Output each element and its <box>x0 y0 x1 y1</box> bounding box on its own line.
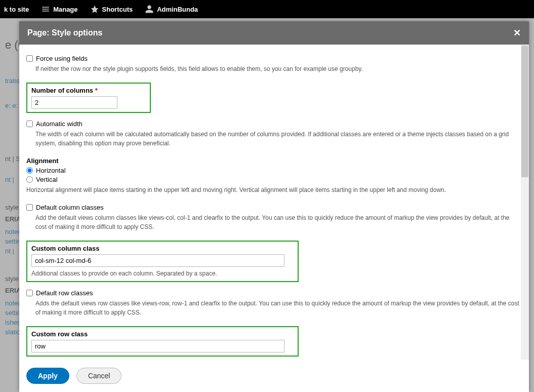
scrollbar-thumb[interactable] <box>521 46 528 177</box>
num-columns-highlight: Number of columns * <box>26 83 151 113</box>
modal-body: Force using fields If neither the row no… <box>19 45 529 360</box>
custom-row-label: Custom row class <box>31 330 294 338</box>
modal-footer: Apply Cancel <box>19 360 529 392</box>
alignment-label: Alignment <box>26 157 522 165</box>
user-label: AdminBunda <box>157 6 198 13</box>
star-icon <box>90 5 99 14</box>
num-columns-input[interactable] <box>31 96 117 109</box>
apply-button[interactable]: Apply <box>26 368 69 384</box>
num-columns-label: Number of columns * <box>31 87 146 94</box>
user-menu[interactable]: AdminBunda <box>145 5 198 14</box>
force-fields-checkbox[interactable] <box>26 55 33 62</box>
force-fields-item: Force using fields If neither the row no… <box>26 55 522 73</box>
alignment-horizontal-radio[interactable] <box>26 167 33 174</box>
auto-width-desc: The width of each column will be calcula… <box>35 130 522 148</box>
custom-col-label: Custom column class <box>31 245 294 252</box>
default-row-item: Default row classes Adds the default vie… <box>26 289 522 317</box>
default-col-item: Default column classes Add the default v… <box>26 204 522 231</box>
manage-menu[interactable]: Manage <box>41 5 77 14</box>
auto-width-item: Automatic width The width of each column… <box>26 120 522 148</box>
style-options-modal: Page: Style options ✕ Force using fields… <box>19 21 529 392</box>
admin-toolbar: k to site Manage Shortcuts AdminBunda <box>0 0 534 18</box>
custom-row-input[interactable] <box>31 340 284 352</box>
default-col-checkbox[interactable] <box>26 204 33 211</box>
alignment-desc: Horizontal alignment will place items st… <box>26 185 522 194</box>
close-icon[interactable]: ✕ <box>513 27 521 38</box>
hamburger-icon <box>41 5 50 14</box>
shortcuts-label: Shortcuts <box>102 6 133 13</box>
custom-col-input[interactable] <box>31 254 284 267</box>
default-row-checkbox[interactable] <box>26 290 33 296</box>
shortcuts-menu[interactable]: Shortcuts <box>90 5 133 14</box>
cancel-button[interactable]: Cancel <box>76 368 122 384</box>
custom-col-desc: Additional classes to provide on each co… <box>31 269 294 278</box>
modal-title: Page: Style options <box>27 28 102 37</box>
auto-width-checkbox[interactable] <box>26 121 33 127</box>
alignment-horizontal-label[interactable]: Horizontal <box>36 167 66 174</box>
default-row-label[interactable]: Default row classes <box>36 289 93 297</box>
alignment-vertical-label[interactable]: Vertical <box>36 176 58 183</box>
user-icon <box>145 5 154 14</box>
default-col-label[interactable]: Default column classes <box>36 204 104 211</box>
back-label: k to site <box>4 6 29 13</box>
default-col-desc: Add the default views column classes lik… <box>35 213 522 231</box>
auto-width-label[interactable]: Automatic width <box>36 120 83 128</box>
force-fields-label[interactable]: Force using fields <box>36 55 88 62</box>
modal-header: Page: Style options ✕ <box>19 21 529 45</box>
default-row-desc: Adds the default views row classes like … <box>35 299 522 317</box>
custom-row-highlight: Custom row class <box>26 326 299 357</box>
scrollbar-track[interactable] <box>521 45 529 360</box>
manage-label: Manage <box>53 6 77 13</box>
force-fields-desc: If neither the row nor the style plugin … <box>35 64 522 73</box>
back-to-site-link[interactable]: k to site <box>4 6 29 13</box>
custom-row-desc: Additional classes to provide on each ro… <box>26 359 522 360</box>
alignment-item: Alignment Horizontal Vertical Horizontal… <box>26 157 522 194</box>
alignment-vertical-radio[interactable] <box>26 176 33 183</box>
custom-col-highlight: Custom column class Additional classes t… <box>26 241 299 282</box>
